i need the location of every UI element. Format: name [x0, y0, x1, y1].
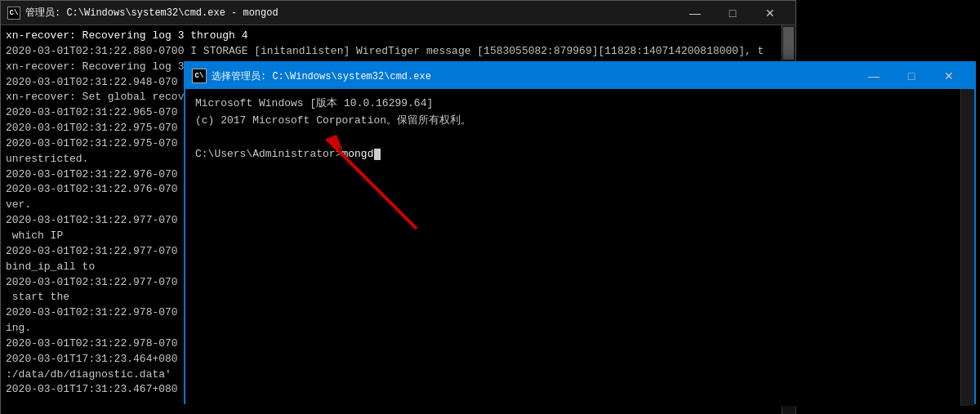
- bg-maximize-button[interactable]: □: [714, 1, 751, 25]
- line-2: 2020-03-01T02:31:22.880-0700 I STORAGE […: [6, 44, 791, 60]
- fg-title-icon: C\: [192, 69, 207, 83]
- fg-title-text: 选择管理员: C:\Windows\system32\cmd.exe: [212, 69, 855, 83]
- fg-line-1: Microsoft Windows [版本 10.0.16299.64]: [195, 96, 964, 113]
- fg-line-2: (c) 2017 Microsoft Corporation。保留所有权利。: [195, 113, 964, 130]
- bg-scrollbar-thumb[interactable]: [783, 27, 794, 60]
- bg-minimize-button[interactable]: —: [676, 1, 714, 25]
- fg-line-4: C:\Users\Administrator>mongd: [195, 146, 964, 163]
- fg-maximize-button[interactable]: □: [893, 64, 930, 88]
- fg-titlebar: C\ 选择管理员: C:\Windows\system32\cmd.exe — …: [185, 63, 974, 89]
- bg-window-controls: — □ ✕: [676, 1, 789, 25]
- fg-scrollbar[interactable]: [960, 89, 974, 406]
- bg-close-button[interactable]: ✕: [751, 1, 789, 25]
- fg-minimize-button[interactable]: —: [855, 64, 893, 88]
- cursor: [374, 149, 381, 160]
- bg-title-text: 管理员: C:\Windows\system32\cmd.exe - mongo…: [25, 6, 676, 20]
- fg-terminal-content[interactable]: Microsoft Windows [版本 10.0.16299.64] (c)…: [185, 89, 974, 406]
- fg-close-button[interactable]: ✕: [930, 64, 968, 88]
- fg-window-controls: — □ ✕: [855, 64, 968, 88]
- bg-title-icon: C\: [7, 7, 20, 20]
- fg-line-3: [195, 130, 964, 147]
- bg-titlebar: C\ 管理员: C:\Windows\system32\cmd.exe - mo…: [1, 1, 795, 25]
- line-1: xn-recover: Recovering log 3 through 4: [6, 29, 791, 44]
- foreground-cmd-window: C\ 选择管理员: C:\Windows\system32\cmd.exe — …: [184, 61, 976, 404]
